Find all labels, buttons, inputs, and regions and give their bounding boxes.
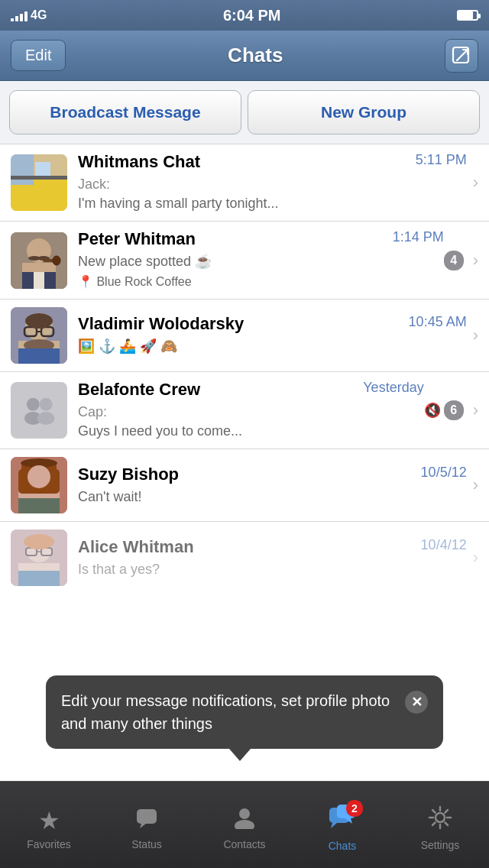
- tab-status[interactable]: Status: [98, 782, 196, 868]
- tab-chats[interactable]: 2 Chats: [293, 782, 391, 868]
- unread-badge: 4: [444, 251, 464, 270]
- tab-contacts[interactable]: Contacts: [196, 782, 293, 868]
- chat-list: Whitmans Chat 5:11 PM Jack:I'm having a …: [0, 144, 489, 594]
- svg-point-54: [436, 813, 445, 822]
- svg-line-62: [432, 822, 436, 825]
- chat-preview: Is that a yes?: [78, 560, 467, 579]
- status-bar: 4G 6:04 PM: [0, 0, 489, 31]
- compose-button[interactable]: [445, 39, 478, 73]
- status-time: 6:04 PM: [223, 7, 281, 24]
- battery-indicator: [457, 10, 478, 21]
- tooltip-close-button[interactable]: ✕: [405, 691, 428, 714]
- chat-item[interactable]: Suzy Bishop 10/5/12 Can't wait! ›: [0, 449, 489, 522]
- tab-status-label: Status: [131, 838, 162, 850]
- unread-badge: 6: [444, 400, 464, 420]
- new-group-button[interactable]: New Group: [248, 90, 480, 134]
- avatar-image: [11, 154, 67, 211]
- chat-item[interactable]: Vladimir Wolodarsky 10:45 AM 🖼️ ⚓ 🚣 🚀 🙈 …: [0, 300, 489, 372]
- chat-header: Peter Whitman 1:14 PM: [78, 229, 444, 249]
- gear-icon: [428, 805, 452, 830]
- chat-badge-area: 4 ›: [444, 251, 478, 270]
- chat-item[interactable]: Peter Whitman 1:14 PM New place spotted …: [0, 222, 489, 299]
- tooltip-arrow: [229, 749, 251, 761]
- chat-item[interactable]: Belafonte Crew Yesterday Cap:Guys I need…: [0, 372, 489, 449]
- svg-point-13: [53, 256, 60, 265]
- chat-item[interactable]: Alice Whitman 10/4/12 Is that a yes? ›: [0, 522, 489, 594]
- chevron-icon: ›: [473, 475, 478, 495]
- chat-name: Vladimir Wolodarsky: [78, 314, 244, 334]
- tooltip-text: Edit your message notifications, set pro…: [61, 689, 405, 735]
- svg-line-59: [432, 810, 436, 813]
- mute-icon: 🔇: [424, 402, 441, 419]
- chevron-icon: ›: [473, 251, 478, 270]
- avatar-image: [11, 457, 67, 513]
- chats-badge: 2: [346, 800, 363, 817]
- avatar: [11, 154, 67, 211]
- avatar: [11, 457, 67, 513]
- tab-contacts-label: Contacts: [223, 838, 265, 850]
- page-title: Chats: [228, 44, 283, 67]
- tab-bar: ★ Favorites Status Contacts: [0, 781, 489, 868]
- tooltip-overlay: Edit your message notifications, set pro…: [46, 675, 443, 761]
- svg-point-26: [27, 398, 40, 411]
- navigation-bar: Edit Chats: [0, 31, 489, 81]
- svg-marker-47: [140, 824, 146, 828]
- chat-name: Alice Whitman: [78, 537, 194, 557]
- svg-rect-24: [18, 348, 60, 364]
- tab-favorites[interactable]: ★ Favorites: [0, 782, 98, 868]
- svg-rect-25: [19, 390, 59, 430]
- chat-preview: 🖼️ ⚓ 🚣 🚀 🙈: [78, 337, 467, 356]
- chat-header: Belafonte Crew Yesterday: [78, 380, 424, 400]
- carrier-signal: 4G: [11, 8, 47, 22]
- svg-rect-37: [18, 498, 60, 513]
- close-icon: ✕: [411, 692, 423, 713]
- chat-content: Vladimir Wolodarsky 10:45 AM 🖼️ ⚓ 🚣 🚀 🙈: [78, 314, 467, 356]
- svg-point-22: [25, 313, 53, 329]
- speech-bubble-icon: [135, 806, 158, 829]
- svg-line-61: [445, 810, 449, 813]
- chat-time: 5:11 PM: [416, 152, 467, 168]
- chevron-icon: ›: [473, 326, 478, 345]
- chats-icon: 2: [329, 805, 355, 837]
- settings-icon: [428, 805, 452, 836]
- svg-rect-15: [34, 272, 44, 289]
- chat-content: Alice Whitman 10/4/12 Is that a yes?: [78, 537, 467, 579]
- action-buttons-row: Broadcast Message New Group: [0, 81, 489, 144]
- avatar-image: [11, 307, 67, 364]
- tooltip-box: Edit your message notifications, set pro…: [46, 675, 443, 749]
- person-icon: [233, 806, 256, 829]
- avatar: [11, 232, 67, 289]
- svg-marker-51: [331, 823, 337, 828]
- chat-name: Suzy Bishop: [78, 465, 179, 484]
- chat-name: Belafonte Crew: [78, 380, 200, 400]
- tab-settings[interactable]: Settings: [391, 782, 489, 868]
- chat-preview: Jack:I'm having a small party tonight...: [78, 175, 467, 213]
- svg-line-60: [445, 822, 449, 825]
- svg-rect-45: [18, 571, 60, 586]
- edit-button[interactable]: Edit: [11, 40, 66, 71]
- avatar: [11, 307, 67, 364]
- chat-content: Belafonte Crew Yesterday Cap:Guys I need…: [78, 380, 424, 441]
- avatar-image: [11, 530, 67, 586]
- chat-time: 10/5/12: [421, 465, 467, 481]
- chat-name: Peter Whitman: [78, 229, 196, 249]
- svg-rect-4: [11, 154, 34, 185]
- battery-icon: [457, 10, 478, 21]
- tab-settings-label: Settings: [421, 839, 460, 851]
- carrier-label: 4G: [31, 8, 47, 22]
- svg-point-49: [235, 820, 254, 829]
- svg-point-29: [37, 412, 54, 425]
- chat-time: 10/4/12: [421, 537, 467, 553]
- chat-item[interactable]: Whitmans Chat 5:11 PM Jack:I'm having a …: [0, 144, 489, 222]
- broadcast-button[interactable]: Broadcast Message: [9, 90, 241, 134]
- chat-preview: New place spotted ☕ 📍 Blue Rock Coffee: [78, 252, 444, 290]
- chevron-icon: ›: [473, 548, 478, 568]
- avatar: [11, 530, 67, 586]
- status-icon: [135, 806, 158, 835]
- group-avatar-image: [19, 390, 59, 430]
- avatar-image: [11, 232, 67, 289]
- chat-content: Suzy Bishop 10/5/12 Can't wait!: [78, 465, 467, 507]
- chat-preview: Cap:Guys I need you to come...: [78, 403, 424, 441]
- chat-time: Yesterday: [363, 380, 423, 396]
- favorites-icon: ★: [38, 806, 60, 835]
